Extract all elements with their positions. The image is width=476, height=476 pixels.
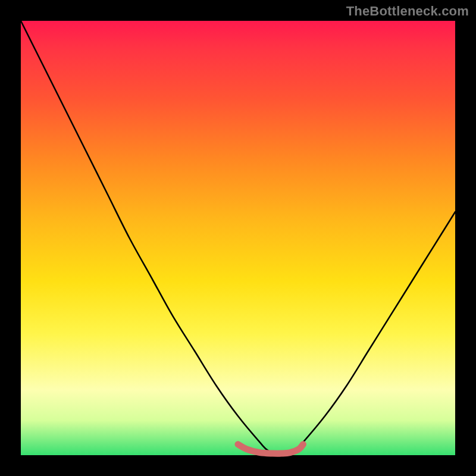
chart-frame: TheBottleneck.com: [0, 0, 476, 476]
watermark-text: TheBottleneck.com: [346, 4, 469, 19]
bottleneck-curve-path: [21, 21, 455, 455]
bottleneck-band-path: [238, 444, 303, 454]
chart-svg: [21, 21, 455, 455]
plot-area: [21, 21, 455, 455]
